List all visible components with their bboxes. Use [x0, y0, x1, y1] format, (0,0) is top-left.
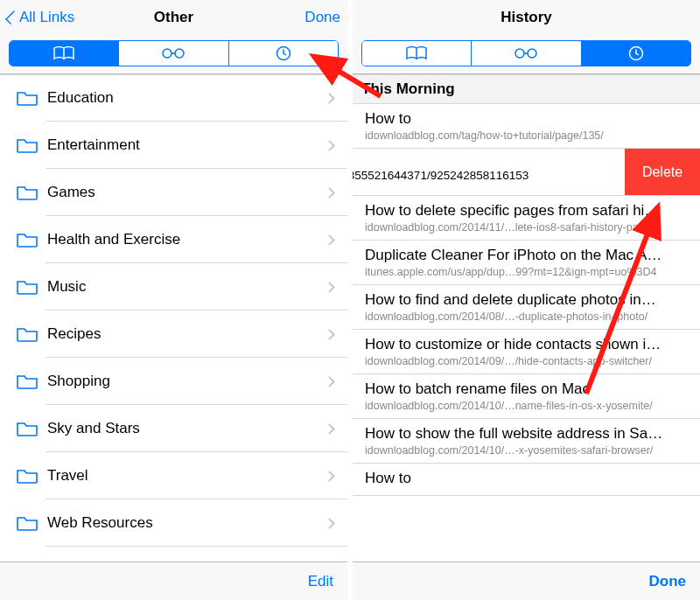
history-row[interactable]: How to delete specific pages from safari… [353, 196, 700, 241]
chevron-right-icon [324, 376, 335, 387]
svg-point-3 [515, 49, 524, 58]
nav-bar: History [353, 0, 700, 35]
history-url: .com/0/873355521644371/925242858116153 [353, 157, 625, 182]
folder-row[interactable]: Entertainment [0, 122, 347, 169]
svg-point-0 [163, 49, 172, 58]
glasses-icon [513, 45, 539, 61]
history-title: How to [365, 110, 688, 128]
history-title: Duplicate Cleaner For iPhoto on the Mac … [365, 247, 688, 264]
folder-row[interactable]: Music [0, 263, 347, 310]
svg-point-1 [175, 49, 184, 58]
folder-row[interactable]: Travel [0, 452, 347, 499]
folder-icon [16, 373, 38, 390]
history-row[interactable]: Duplicate Cleaner For iPhoto on the Mac … [353, 241, 700, 285]
folder-label: Education [47, 89, 326, 107]
history-row[interactable]: How to show the full website address in … [353, 419, 700, 464]
folder-icon [16, 325, 38, 343]
segment-reading-list[interactable] [471, 41, 580, 66]
book-icon [52, 45, 75, 61]
history-row[interactable]: .com/0/873355521644371/925242858116153De… [353, 149, 700, 196]
bookmarks-pane: All Links Other Done EducationEntertainm… [0, 0, 347, 600]
folder-row[interactable]: Shopping [0, 358, 347, 405]
segment-history[interactable] [581, 41, 690, 66]
folder-label: Travel [47, 467, 326, 485]
history-row[interactable]: How to find and delete duplicate photos … [353, 285, 700, 330]
folder-row[interactable]: Sky and Stars [0, 405, 347, 452]
section-header: This Morning [353, 74, 700, 104]
history-title: How to [365, 470, 688, 487]
folder-icon [16, 278, 38, 296]
done-button[interactable]: Done [304, 9, 340, 26]
folder-row[interactable]: Games [0, 169, 347, 216]
folder-icon [16, 231, 38, 248]
clock-icon [626, 45, 646, 61]
history-title: How to customize or hide contacts shown … [365, 336, 688, 353]
folder-label: Health and Exercise [47, 231, 326, 248]
folder-label: Entertainment [47, 136, 326, 154]
chevron-right-icon [324, 518, 335, 529]
folder-icon [16, 420, 38, 437]
folder-icon [16, 514, 38, 532]
delete-button[interactable]: Delete [625, 149, 700, 195]
chevron-right-icon [324, 329, 335, 340]
title-history: History [500, 9, 552, 26]
edit-button[interactable]: Edit [308, 573, 333, 590]
back-label: All Links [19, 9, 74, 26]
history-title: How to find and delete duplicate photos … [365, 291, 688, 309]
folder-list[interactable]: EducationEntertainmentGamesHealth and Ex… [0, 74, 347, 562]
segmented-control[interactable] [9, 40, 339, 66]
segment-reading-list[interactable] [118, 41, 228, 66]
chevron-right-icon [324, 93, 335, 104]
nav-bar: All Links Other Done [0, 0, 347, 35]
folder-icon [16, 184, 38, 201]
chevron-right-icon [324, 234, 335, 246]
folder-icon [16, 89, 38, 107]
segment-bookmarks[interactable] [10, 41, 118, 66]
chevron-right-icon [324, 140, 335, 151]
svg-point-4 [528, 49, 536, 58]
history-url: idownloadblog.com/2014/09/…/hide-contact… [365, 355, 688, 367]
book-icon [405, 45, 428, 61]
folder-row[interactable]: Recipes [0, 310, 347, 358]
chevron-right-icon [324, 423, 335, 435]
chevron-right-icon [324, 187, 335, 199]
folder-row[interactable]: Health and Exercise [0, 216, 347, 263]
segment-bookmarks[interactable] [362, 41, 471, 66]
done-button[interactable]: Done [649, 573, 687, 590]
glasses-icon [160, 45, 186, 61]
clock-icon [274, 45, 293, 61]
history-url: idownloadblog.com/2014/11/…lete-ios8-saf… [365, 221, 688, 234]
folder-icon [16, 136, 38, 154]
folder-label: Shopping [47, 373, 326, 390]
history-row[interactable]: How to batch rename files on Macidownloa… [353, 374, 700, 419]
chevron-left-icon [5, 10, 19, 24]
history-url: idownloadblog.com/2014/10/…name-files-in… [365, 400, 688, 412]
history-row[interactable]: How to customize or hide contacts shown … [353, 330, 700, 374]
folder-label: Recipes [47, 325, 326, 343]
history-list[interactable]: This Morning How toidownloadblog.com/tag… [353, 74, 700, 562]
folder-label: Sky and Stars [47, 420, 326, 437]
folder-row[interactable]: Web Resources [0, 499, 347, 547]
history-url: idownloadblog.com/2014/10/…-x-yosemites-… [365, 444, 688, 457]
history-title: How to show the full website address in … [365, 425, 688, 443]
back-button[interactable]: All Links [7, 9, 74, 26]
segmented-bar [353, 35, 700, 74]
toolbar: Edit [0, 562, 347, 600]
history-pane: History This Morning How toidownloadblog… [353, 0, 700, 600]
folder-label: Music [47, 278, 326, 296]
folder-icon [16, 467, 38, 485]
history-url: itunes.apple.com/us/app/dup…99?mt=12&ign… [365, 266, 688, 278]
history-row[interactable]: How to [353, 464, 700, 496]
segmented-control[interactable] [361, 40, 691, 66]
chevron-right-icon [324, 282, 335, 293]
history-title: How to delete specific pages from safari… [365, 202, 688, 220]
history-url: idownloadblog.com/tag/how-to+tutorial/pa… [365, 129, 688, 142]
chevron-right-icon [324, 471, 335, 482]
toolbar: Done [353, 562, 700, 600]
history-title: How to batch rename files on Mac [365, 380, 688, 398]
segment-history[interactable] [228, 41, 338, 66]
folder-label: Web Resources [47, 514, 326, 532]
title-other: Other [154, 9, 193, 26]
history-row[interactable]: How toidownloadblog.com/tag/how-to+tutor… [353, 104, 700, 149]
folder-row[interactable]: Education [0, 74, 347, 122]
